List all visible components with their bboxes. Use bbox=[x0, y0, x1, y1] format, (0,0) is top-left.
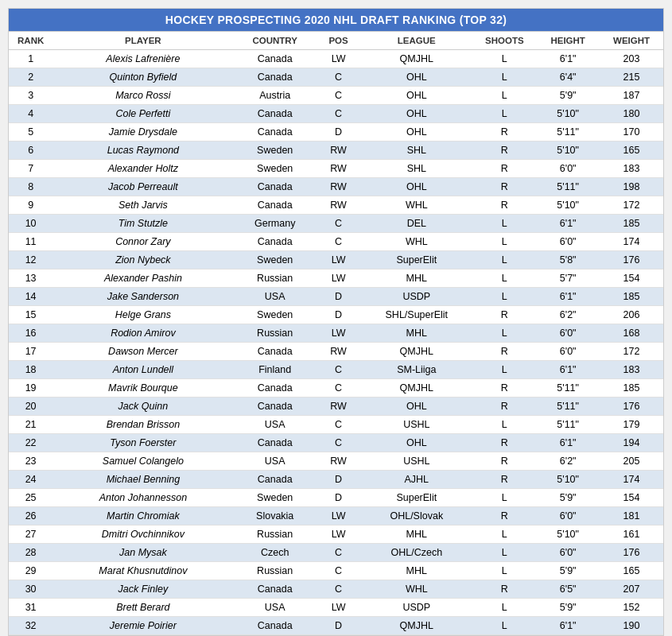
player-cell: Jamie Drysdale bbox=[52, 123, 233, 142]
player-cell: Mavrik Bourque bbox=[52, 379, 233, 398]
table-row: 26Martin ChromiakSlovakiaLWOHL/SlovakR6'… bbox=[9, 507, 663, 525]
player-cell: Marat Khusnutdinov bbox=[52, 562, 233, 580]
pos-cell: C bbox=[317, 562, 360, 580]
player-cell: Tim Stutzle bbox=[52, 215, 233, 233]
height-cell: 6'5" bbox=[536, 580, 600, 599]
height-cell: 6'1" bbox=[536, 288, 600, 306]
height-cell: 6'0" bbox=[536, 324, 600, 343]
league-cell: WHL bbox=[360, 233, 472, 251]
country-cell: Czech bbox=[234, 544, 317, 562]
pos-cell: RW bbox=[317, 196, 360, 215]
pos-cell: C bbox=[317, 68, 360, 87]
table-row: 2Quinton ByfieldCanadaCOHLL6'4"215 bbox=[9, 68, 663, 87]
main-container: HOCKEY PROSPECTING 2020 NHL DRAFT RANKIN… bbox=[8, 8, 664, 636]
league-cell: QMJHL bbox=[360, 50, 472, 68]
league-cell: SHL/SuperElit bbox=[360, 306, 472, 324]
league-cell: OHL bbox=[360, 434, 472, 452]
header-player: PLAYER bbox=[52, 32, 233, 50]
height-cell: 5'9" bbox=[536, 489, 600, 507]
shoots-cell: L bbox=[472, 270, 536, 288]
player-cell: Jake Sanderson bbox=[52, 288, 233, 306]
table-row: 27Dmitri OvchinnikovRussianLWMHLL5'10"16… bbox=[9, 525, 663, 544]
shoots-cell: R bbox=[472, 471, 536, 489]
country-cell: Canada bbox=[234, 68, 317, 87]
header-pos: POS bbox=[317, 32, 360, 50]
league-cell: QMJHL bbox=[360, 617, 472, 635]
shoots-cell: L bbox=[472, 489, 536, 507]
table-row: 16Rodion AmirovRussianLWMHLL6'0"168 bbox=[9, 324, 663, 343]
weight-cell: 185 bbox=[600, 288, 663, 306]
table-row: 7Alexander HoltzSwedenRWSHLR6'0"183 bbox=[9, 160, 663, 178]
height-cell: 5'10" bbox=[536, 525, 600, 544]
shoots-cell: R bbox=[472, 452, 536, 471]
table-row: 25Anton JohannessonSwedenDSuperElitL5'9"… bbox=[9, 489, 663, 507]
player-cell: Dawson Mercer bbox=[52, 343, 233, 361]
league-cell: MHL bbox=[360, 324, 472, 343]
weight-cell: 179 bbox=[600, 416, 663, 434]
header-weight: WEIGHT bbox=[600, 32, 663, 50]
rank-cell: 22 bbox=[9, 434, 52, 452]
player-cell: Jack Finley bbox=[52, 580, 233, 599]
shoots-cell: R bbox=[472, 343, 536, 361]
shoots-cell: R bbox=[472, 507, 536, 525]
shoots-cell: R bbox=[472, 123, 536, 142]
weight-cell: 181 bbox=[600, 507, 663, 525]
table-row: 31Brett BerardUSALWUSDPL5'9"152 bbox=[9, 599, 663, 617]
league-cell: SuperElit bbox=[360, 489, 472, 507]
weight-cell: 194 bbox=[600, 434, 663, 452]
pos-cell: D bbox=[317, 617, 360, 635]
pos-cell: LW bbox=[317, 270, 360, 288]
country-cell: Sweden bbox=[234, 306, 317, 324]
shoots-cell: L bbox=[472, 416, 536, 434]
shoots-cell: L bbox=[472, 50, 536, 68]
table-row: 14Jake SandersonUSADUSDPL6'1"185 bbox=[9, 288, 663, 306]
pos-cell: RW bbox=[317, 142, 360, 160]
shoots-cell: R bbox=[472, 178, 536, 196]
player-cell: Tyson Foerster bbox=[52, 434, 233, 452]
country-cell: Canada bbox=[234, 50, 317, 68]
weight-cell: 185 bbox=[600, 215, 663, 233]
height-cell: 5'9" bbox=[536, 599, 600, 617]
league-cell: MHL bbox=[360, 525, 472, 544]
height-cell: 5'11" bbox=[536, 398, 600, 416]
player-cell: Anton Johannesson bbox=[52, 489, 233, 507]
shoots-cell: L bbox=[472, 617, 536, 635]
pos-cell: RW bbox=[317, 160, 360, 178]
height-cell: 5'8" bbox=[536, 251, 600, 270]
rank-cell: 24 bbox=[9, 471, 52, 489]
rank-cell: 10 bbox=[9, 215, 52, 233]
league-cell: SHL bbox=[360, 160, 472, 178]
weight-cell: 161 bbox=[600, 525, 663, 544]
country-cell: Canada bbox=[234, 379, 317, 398]
table-row: 3Marco RossiAustriaCOHLL5'9"187 bbox=[9, 87, 663, 105]
player-cell: Connor Zary bbox=[52, 233, 233, 251]
league-cell: USHL bbox=[360, 452, 472, 471]
table-row: 20Jack QuinnCanadaRWOHLR5'11"176 bbox=[9, 398, 663, 416]
rank-cell: 19 bbox=[9, 379, 52, 398]
pos-cell: C bbox=[317, 544, 360, 562]
pos-cell: LW bbox=[317, 525, 360, 544]
table-row: 17Dawson MercerCanadaRWQMJHLR6'0"172 bbox=[9, 343, 663, 361]
league-cell: USDP bbox=[360, 599, 472, 617]
rank-cell: 26 bbox=[9, 507, 52, 525]
height-cell: 5'11" bbox=[536, 178, 600, 196]
weight-cell: 165 bbox=[600, 142, 663, 160]
weight-cell: 198 bbox=[600, 178, 663, 196]
height-cell: 6'1" bbox=[536, 434, 600, 452]
rank-cell: 9 bbox=[9, 196, 52, 215]
league-cell: USHL bbox=[360, 416, 472, 434]
player-cell: Zion Nybeck bbox=[52, 251, 233, 270]
table-row: 15Helge GransSwedenDSHL/SuperElitR6'2"20… bbox=[9, 306, 663, 324]
weight-cell: 176 bbox=[600, 251, 663, 270]
league-cell: QMJHL bbox=[360, 379, 472, 398]
rank-cell: 8 bbox=[9, 178, 52, 196]
player-cell: Brendan Brisson bbox=[52, 416, 233, 434]
shoots-cell: L bbox=[472, 288, 536, 306]
rank-cell: 4 bbox=[9, 105, 52, 123]
table-row: 10Tim StutzleGermanyCDELL6'1"185 bbox=[9, 215, 663, 233]
weight-cell: 172 bbox=[600, 343, 663, 361]
rank-cell: 7 bbox=[9, 160, 52, 178]
player-cell: Jacob Perreault bbox=[52, 178, 233, 196]
league-cell: SM-Liiga bbox=[360, 361, 472, 379]
league-cell: OHL bbox=[360, 68, 472, 87]
